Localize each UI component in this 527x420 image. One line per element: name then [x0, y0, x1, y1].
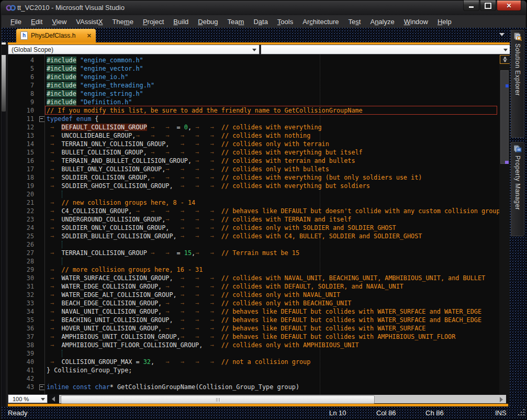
code-line-29[interactable]: 29 → // more collision groups here, 16 -…: [8, 266, 499, 274]
code-text: → WATER_EDGE_ALT_COLLISION_GROUP, → → → …: [47, 291, 499, 299]
code-line-7[interactable]: 7#include "engine_threading.h": [8, 81, 499, 90]
code-text: → // new collision groups here, 8 - 14: [47, 198, 499, 207]
code-line-42[interactable]: 42: [8, 374, 499, 383]
menu-view[interactable]: View: [47, 16, 71, 27]
tab-physdefclass-h[interactable]: h PhysDefClass.h ✕: [16, 29, 96, 42]
fold-margin: [38, 299, 47, 307]
line-number: 34: [8, 307, 38, 316]
fold-margin: [38, 282, 47, 291]
code-line-34[interactable]: 34 → NAVAL_UNIT_COLLISION_GROUP, → → → →…: [8, 307, 499, 316]
code-line-28[interactable]: 28: [8, 257, 499, 266]
code-line-36[interactable]: 36 → HOVER_UNIT_COLLISION_GROUP, → → → →…: [8, 324, 499, 333]
fold-margin[interactable]: [38, 115, 47, 123]
menu-test[interactable]: Test: [344, 16, 366, 27]
scope-dropdown-value: (Global Scope): [12, 46, 53, 53]
code-line-6[interactable]: 6#include "engine_io.h": [8, 73, 499, 81]
status-insert-mode: INS: [495, 409, 507, 417]
code-line-15[interactable]: 15 → BULLET_COLLISION_GROUP, → → → → → /…: [8, 148, 499, 157]
menu-project[interactable]: Project: [138, 16, 169, 27]
scroll-left-icon[interactable]: [52, 396, 55, 402]
code-line-31[interactable]: 31 → WATER_EDGE_COLLISION_GROUP, → → → →…: [8, 282, 499, 291]
title-bar[interactable]: tt_VC2010 - Microsoft Visual Studio ✕: [1, 1, 526, 15]
autohide-tab-panel: Solution Explorer Property Manager: [510, 28, 526, 407]
menu-vassistx[interactable]: VAssistX: [71, 16, 107, 27]
minimize-button[interactable]: [463, 1, 479, 11]
menu-analyze[interactable]: Analyze: [365, 16, 399, 27]
code-line-23[interactable]: 23 → UNDERGROUND_COLLISION_GROUP,→ → → →…: [8, 215, 499, 224]
code-line-4[interactable]: 4#include "engine_common.h": [8, 56, 499, 64]
code-line-24[interactable]: 24 → SOLDIER_ONLY_COLLISION_GROUP, → → →…: [8, 224, 499, 232]
menu-edit[interactable]: Edit: [26, 16, 47, 27]
code-text: → DEFAULT_COLLISION_GROUP → → = 0, → → /…: [47, 123, 499, 131]
menu-file[interactable]: File: [6, 16, 26, 27]
menu-window[interactable]: Window: [399, 16, 433, 27]
code-text: [47, 374, 499, 383]
vertical-scrollbar[interactable]: [499, 54, 511, 394]
menu-team[interactable]: Team: [223, 16, 249, 27]
code-line-27[interactable]: 27 → TERRAIN_COLLISION_GROUP → → = 15,→ …: [8, 249, 499, 257]
code-line-37[interactable]: 37 → AMPHIBIOUS_UNIT_COLLISION_GROUP,→ →…: [8, 333, 499, 341]
code-line-43[interactable]: 43inline const char* GetCollisionGroupNa…: [8, 383, 499, 391]
code-line-38[interactable]: 38 → AMPHIBIOUS_UNIT_FLOOR_COLLISION_GRO…: [8, 341, 499, 349]
code-line-17[interactable]: 17 → BULLET_ONLY_COLLISION_GROUP,→ → → →…: [8, 165, 499, 173]
code-line-18[interactable]: 18 → SOLDIER_COLLISION_GROUP,→ → → → → /…: [8, 173, 499, 182]
line-number: 25: [8, 232, 38, 240]
menu-bar: FileEditViewVAssistXThemeProjectBuildDeb…: [2, 15, 525, 28]
code-line-32[interactable]: 32 → WATER_EDGE_ALT_COLLISION_GROUP, → →…: [8, 291, 499, 299]
code-line-16[interactable]: 16 → TERRAIN_AND_BULLET_COLLISION_GROUP,…: [8, 157, 499, 165]
fold-margin: [38, 131, 47, 140]
sidebar-tab-property-manager[interactable]: Property Manager: [511, 142, 524, 236]
code-line-9[interactable]: 9#include "Definition.h": [8, 98, 499, 106]
code-editor[interactable]: 4#include "engine_common.h"5#include "en…: [8, 54, 511, 394]
resize-grip[interactable]: [517, 409, 524, 415]
code-line-39[interactable]: 39: [8, 349, 499, 358]
fold-margin: [38, 240, 47, 249]
code-line-35[interactable]: 35 → BEACHING_UNIT_COLLISION_GROUP, → → …: [8, 316, 499, 324]
code-line-26[interactable]: 26: [8, 240, 499, 249]
splitter-button[interactable]: [500, 55, 510, 64]
menu-help[interactable]: Help: [433, 16, 456, 27]
menu-theme[interactable]: Theme: [107, 16, 138, 27]
menu-debug[interactable]: Debug: [193, 16, 222, 27]
tab-overflow-chevron-icon[interactable]: [499, 33, 504, 36]
code-line-41[interactable]: 41} Collision_Group_Type;: [8, 366, 499, 374]
scroll-right-icon[interactable]: [500, 397, 503, 402]
code-line-12[interactable]: 12 → DEFAULT_COLLISION_GROUP → → = 0, → …: [8, 123, 499, 131]
tab-close-icon[interactable]: ✕: [82, 32, 92, 39]
fold-margin: [38, 215, 47, 224]
menu-tools[interactable]: Tools: [273, 16, 298, 27]
menu-architecture[interactable]: Architecture: [298, 16, 343, 27]
fold-margin: [38, 307, 47, 316]
menu-build[interactable]: Build: [169, 16, 193, 27]
line-number: 17: [8, 165, 38, 173]
maximize-icon: [485, 3, 491, 9]
line-number: 23: [8, 215, 38, 224]
scope-dropdown[interactable]: (Global Scope): [8, 45, 260, 54]
close-button[interactable]: ✕: [497, 1, 521, 11]
code-line-13[interactable]: 13 → UNCOLLIDEABLE_GROUP,→ → → → → → // …: [8, 131, 499, 140]
line-number: 20: [8, 190, 38, 198]
code-line-22[interactable]: 22 → C4_COLLISION_GROUP, → → → → → → // …: [8, 207, 499, 215]
code-line-5[interactable]: 5#include "engine_vector.h": [8, 64, 499, 73]
code-line-25[interactable]: 25 → SOLDIER_BULLET_COLLISION_GROUP, → →…: [8, 232, 499, 240]
property-manager-icon: [513, 145, 522, 153]
horizontal-scrollbar[interactable]: [59, 395, 506, 403]
code-line-33[interactable]: 33 → BEACH_EDGE_COLLISION_GROUP, → → → →…: [8, 299, 499, 307]
zoom-dropdown[interactable]: 100 %: [8, 394, 48, 403]
code-line-40[interactable]: 40 → COLLISION_GROUP_MAX = 32, → → → → /…: [8, 358, 499, 366]
code-line-30[interactable]: 30 → WATER_SURFACE_COLLISION_GROUP, → → …: [8, 274, 499, 282]
code-line-11[interactable]: 11typedef enum {: [8, 115, 499, 123]
fold-margin[interactable]: [38, 383, 47, 391]
maximize-button[interactable]: [480, 1, 496, 11]
fold-margin: [38, 274, 47, 282]
code-text: → SOLDIER_BULLET_COLLISION_GROUP, → → → …: [47, 232, 499, 240]
sidebar-tab-solution-explorer[interactable]: Solution Explorer: [511, 30, 524, 138]
menu-data[interactable]: Data: [249, 16, 272, 27]
horizontal-scrollbar-thumb[interactable]: [61, 395, 375, 404]
code-line-19[interactable]: 19 → SOLDIER_GHOST_COLLISION_GROUP, → → …: [8, 182, 499, 190]
code-line-20[interactable]: 20: [8, 190, 499, 198]
code-line-14[interactable]: 14 → TERRAIN_ONLY_COLLISION_GROUP, → → →…: [8, 140, 499, 148]
code-line-21[interactable]: 21 → // new collision groups here, 8 - 1…: [8, 198, 499, 207]
member-dropdown[interactable]: [261, 45, 511, 54]
code-line-8[interactable]: 8#include "engine_string.h": [8, 90, 499, 98]
